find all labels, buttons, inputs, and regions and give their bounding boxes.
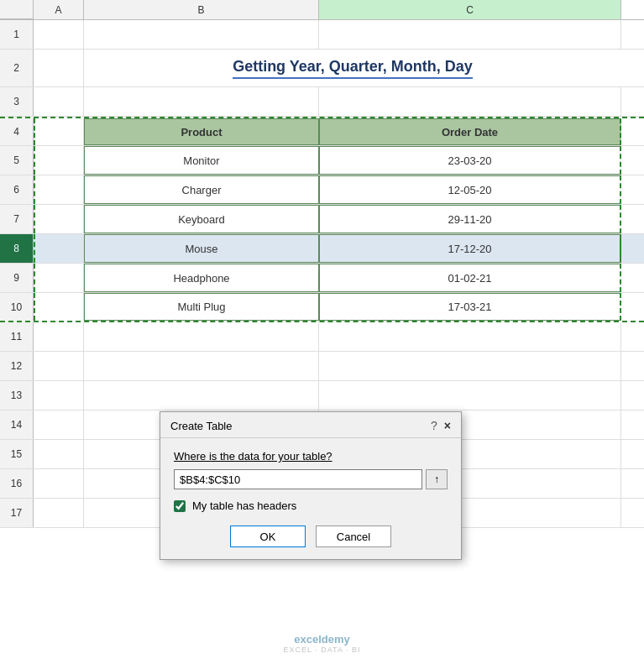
spreadsheet: A B C 1 2 Getting Year, Quarter, Month, … <box>0 0 644 664</box>
row-num-6: 6 <box>0 175 34 204</box>
dialog-body: Where is the data for your table? ↑ My t… <box>160 438 461 559</box>
row-num-10: 10 <box>0 293 34 321</box>
cell-11-a[interactable] <box>34 322 84 351</box>
cell-10-a[interactable] <box>34 293 84 321</box>
row-num-9: 9 <box>0 264 34 292</box>
row-num-5: 5 <box>0 146 34 175</box>
cell-12-b[interactable] <box>84 352 319 380</box>
table-row: 6 Charger 12-05-20 <box>0 175 644 205</box>
row-num-12: 12 <box>0 352 34 380</box>
checkbox-row: My table has headers <box>174 499 448 512</box>
cell-1-c[interactable] <box>319 20 621 49</box>
range-input[interactable] <box>174 469 422 489</box>
dialog-controls: ? × <box>431 419 451 432</box>
range-btn-icon: ↑ <box>434 473 439 485</box>
cell-15-a[interactable] <box>34 440 84 468</box>
table-row: 13 <box>0 381 644 410</box>
cell-12-a[interactable] <box>34 352 84 380</box>
cell-3-a[interactable] <box>34 87 84 116</box>
cell-5-c[interactable]: 23-03-20 <box>319 146 621 175</box>
column-headers: A B C <box>0 0 644 20</box>
cell-4-b[interactable]: Product <box>84 118 319 145</box>
table-row: 3 <box>0 87 644 117</box>
table-row: 2 Getting Year, Quarter, Month, Day <box>0 50 644 87</box>
cell-7-c[interactable]: 29-11-20 <box>319 205 621 233</box>
table-row: 9 Headphone 01-02-21 <box>0 264 644 293</box>
rows-container: 1 2 Getting Year, Quarter, Month, Day 3 … <box>0 20 644 664</box>
cell-13-a[interactable] <box>34 381 84 410</box>
create-table-dialog: Create Table ? × Where is the data for y… <box>160 411 462 560</box>
table-row: 4 Product Order Date <box>0 117 644 146</box>
cell-10-c[interactable]: 17-03-21 <box>319 293 621 321</box>
page-title: Getting Year, Quarter, Month, Day <box>233 58 473 79</box>
row-num-17: 17 <box>0 499 34 527</box>
dialog-label: Where is the data for your table? <box>174 450 448 463</box>
table-row: 12 <box>0 352 644 381</box>
cell-11-b[interactable] <box>84 322 319 351</box>
table-row: 1 <box>0 20 644 50</box>
cell-6-b[interactable]: Charger <box>84 175 319 204</box>
cell-12-c[interactable] <box>319 352 621 380</box>
dialog-title: Create Table <box>170 420 232 432</box>
ok-button[interactable]: OK <box>230 525 306 547</box>
cell-1-a[interactable] <box>34 20 84 49</box>
row-num-13: 13 <box>0 381 34 410</box>
cancel-button[interactable]: Cancel <box>316 525 391 547</box>
row-num-14: 14 <box>0 410 34 439</box>
checkbox-label: My table has headers <box>192 499 296 512</box>
row-num-2: 2 <box>0 50 34 86</box>
cell-9-b[interactable]: Headphone <box>84 264 319 292</box>
cell-14-a[interactable] <box>34 410 84 439</box>
cell-11-c[interactable] <box>319 322 621 351</box>
cell-4-c[interactable]: Order Date <box>319 118 621 145</box>
cell-1-b[interactable] <box>84 20 319 49</box>
cell-3-b[interactable] <box>84 87 319 116</box>
range-select-button[interactable]: ↑ <box>426 469 448 489</box>
cell-16-a[interactable] <box>34 469 84 498</box>
cell-17-a[interactable] <box>34 499 84 527</box>
table-row: 11 <box>0 322 644 352</box>
cell-6-c[interactable]: 12-05-20 <box>319 175 621 204</box>
row-num-7: 7 <box>0 205 34 233</box>
row-num-3: 3 <box>0 87 34 116</box>
table-row: 8 Mouse 17-12-20 <box>0 234 644 264</box>
title-cell: Getting Year, Quarter, Month, Day <box>84 50 621 86</box>
cell-8-a[interactable] <box>34 234 84 263</box>
dialog-buttons: OK Cancel <box>174 525 448 547</box>
cell-9-a[interactable] <box>34 264 84 292</box>
row-num-8: 8 <box>0 234 34 263</box>
row-num-11: 11 <box>0 322 34 351</box>
row-num-16: 16 <box>0 469 34 498</box>
cell-10-b[interactable]: Multi Plug <box>84 293 319 321</box>
cell-13-b[interactable] <box>84 381 319 410</box>
cell-3-c[interactable] <box>319 87 621 116</box>
table-row: 5 Monitor 23-03-20 <box>0 146 644 175</box>
cell-8-c[interactable]: 17-12-20 <box>319 234 621 263</box>
table-row: 10 Multi Plug 17-03-21 <box>0 293 644 322</box>
cell-5-a[interactable] <box>34 146 84 175</box>
col-header-a: A <box>34 0 84 19</box>
row-num-15: 15 <box>0 440 34 468</box>
row-num-1: 1 <box>0 20 34 49</box>
row-num-4: 4 <box>0 118 34 145</box>
dialog-titlebar: Create Table ? × <box>160 412 461 438</box>
cell-8-b[interactable]: Mouse <box>84 234 319 263</box>
table-row: 7 Keyboard 29-11-20 <box>0 205 644 234</box>
dialog-close-icon[interactable]: × <box>444 419 451 432</box>
corner-cell <box>0 0 34 19</box>
cell-13-c[interactable] <box>319 381 621 410</box>
cell-5-b[interactable]: Monitor <box>84 146 319 175</box>
cell-4-a[interactable] <box>34 118 84 145</box>
cell-7-a[interactable] <box>34 205 84 233</box>
cell-9-c[interactable]: 01-02-21 <box>319 264 621 292</box>
col-header-c: C <box>319 0 621 19</box>
dialog-help-icon[interactable]: ? <box>431 419 437 432</box>
cell-7-b[interactable]: Keyboard <box>84 205 319 233</box>
col-header-b: B <box>84 0 319 19</box>
headers-checkbox[interactable] <box>174 500 186 512</box>
cell-2-a[interactable] <box>34 50 84 86</box>
dialog-input-row: ↑ <box>174 469 448 489</box>
cell-6-a[interactable] <box>34 175 84 204</box>
